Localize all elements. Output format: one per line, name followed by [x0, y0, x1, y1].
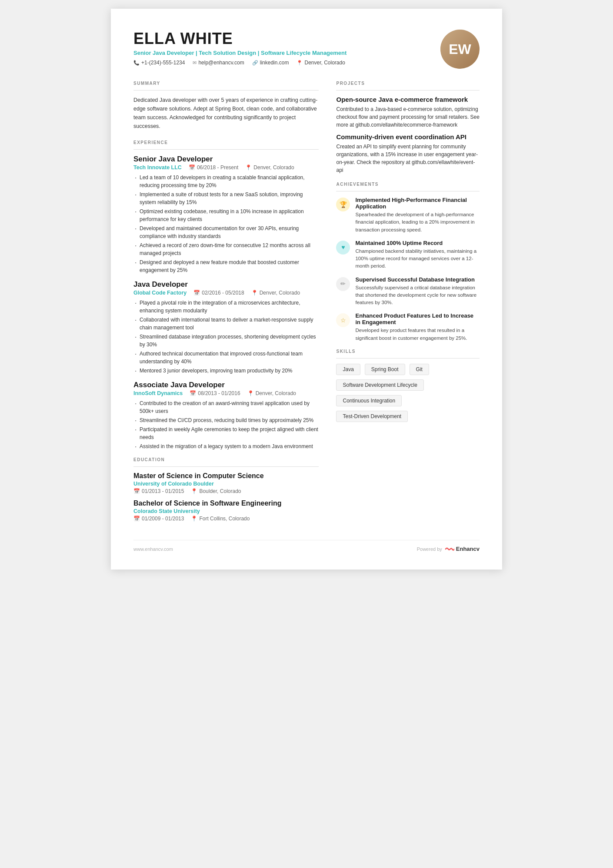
phone-icon: 📞 [133, 60, 140, 66]
bullet-1-2: Implemented a suite of robust tests for … [133, 191, 319, 206]
edu-meta-2: 📅 01/2009 - 01/2013 📍 Fort Collins, Colo… [133, 516, 319, 522]
achievement-title-4: Enhanced Product Features Led to Increas… [355, 312, 480, 325]
footer-powered: Powered by Enhancv [417, 546, 480, 552]
location-icon: 📍 [297, 60, 303, 66]
cal-icon-edu2: 📅 [133, 516, 140, 522]
achievement-desc-3: Successfully supervised a critical datab… [355, 284, 480, 307]
edu-location-2: 📍 Fort Collins, Colorado [191, 516, 250, 522]
pin-icon-1: 📍 [245, 164, 252, 171]
phone-contact: 📞 +1-(234)-555-1234 [133, 60, 185, 66]
header-left: ELLA WHITE Senior Java Developer | Tech … [133, 30, 432, 66]
cal-icon-edu1: 📅 [133, 488, 140, 494]
edu-degree-1: Master of Science in Computer Science [133, 472, 319, 480]
link-icon: 🔗 [252, 60, 258, 66]
achievement-3: ✏ Supervised Successful Database Integra… [336, 276, 480, 307]
achievements-label: ACHIEVEMENTS [336, 182, 480, 187]
right-column: PROJECTS Open-source Java e-commerce fra… [336, 81, 480, 527]
summary-divider [133, 90, 319, 90]
bullet-3-2: Streamlined the CI/CD process, reducing … [133, 416, 319, 424]
bullet-2-2: Collaborated with international teams to… [133, 316, 319, 332]
achievement-title-3: Supervised Successful Database Integrati… [355, 276, 480, 283]
achievement-content-4: Enhanced Product Features Led to Increas… [355, 312, 480, 342]
email-icon: ✉ [193, 60, 197, 66]
skills-divider [336, 358, 480, 359]
skills-row-1: Java Spring Boot Git [336, 364, 480, 378]
summary-text: Dedicated Java developer with over 5 yea… [133, 96, 319, 131]
job-location-1: 📍 Denver, Colorado [245, 164, 294, 171]
pin-icon-edu1: 📍 [191, 488, 197, 494]
skills-row-4: Test-Driven Development [336, 411, 480, 425]
avatar: EW [440, 30, 480, 69]
achievement-content-1: Implemented High-Performance Financial A… [355, 197, 480, 234]
bullet-2-1: Played a pivotal role in the integration… [133, 299, 319, 315]
project-title-1: Open-source Java e-commerce framework [336, 96, 480, 103]
edu-date-1: 📅 01/2013 - 01/2015 [133, 488, 184, 494]
bullet-1-3: Optimized existing codebase, resulting i… [133, 208, 319, 223]
job-location-3: 📍 Denver, Colorado [247, 390, 296, 396]
star-icon: ☆ [336, 313, 350, 327]
achievement-desc-2: Championed backend stability initiatives… [355, 248, 480, 270]
achievement-desc-1: Spearheaded the development of a high-pe… [355, 211, 480, 234]
job-bullets-3: Contributed to the creation of an award-… [133, 399, 319, 450]
pin-icon-edu2: 📍 [191, 516, 197, 522]
edu-location-1: 📍 Boulder, Colorado [191, 488, 241, 494]
skills-row-2: Software Development Lifecycle [336, 379, 480, 393]
job-company-1: Tech Innovate LLC [133, 164, 182, 171]
resume-page: ELLA WHITE Senior Java Developer | Tech … [111, 9, 502, 570]
job-meta-2: Global Code Factory 📅 02/2016 - 05/2018 … [133, 290, 319, 296]
pin-icon-3: 📍 [247, 390, 254, 396]
achievement-content-2: Maintained 100% Uptime Record Championed… [355, 240, 480, 270]
skills-row-3: Continuous Integration [336, 395, 480, 409]
skills-label: SKILLS [336, 349, 480, 354]
bullet-3-1: Contributed to the creation of an award-… [133, 399, 319, 415]
skill-tdd: Test-Driven Development [336, 411, 408, 422]
project-desc-2: Created an API to simplify event plannin… [336, 143, 480, 174]
left-column: SUMMARY Dedicated Java developer with ov… [133, 81, 319, 527]
enhancv-icon [445, 546, 454, 552]
calendar-icon-2: 📅 [193, 290, 200, 296]
edu-school-1: University of Colorado Boulder [133, 481, 319, 487]
job-location-2: 📍 Denver, Colorado [251, 290, 300, 296]
job-bullets-2: Played a pivotal role in the integration… [133, 299, 319, 375]
achievement-2: ♥ Maintained 100% Uptime Record Champion… [336, 240, 480, 270]
bullet-2-4: Authored technical documentation that im… [133, 350, 319, 365]
bullet-2-5: Mentored 3 junior developers, improving … [133, 367, 319, 375]
edu-meta-1: 📅 01/2013 - 01/2015 📍 Boulder, Colorado [133, 488, 319, 494]
job-date-3: 📅 08/2013 - 01/2016 [190, 390, 240, 396]
bullet-2-3: Streamlined database integration process… [133, 333, 319, 349]
edu-school-2: Colorado State University [133, 508, 319, 514]
achievement-title-2: Maintained 100% Uptime Record [355, 240, 480, 246]
candidate-title: Senior Java Developer | Tech Solution De… [133, 50, 432, 56]
job-title-1: Senior Java Developer [133, 155, 319, 164]
achievement-4: ☆ Enhanced Product Features Led to Incre… [336, 312, 480, 342]
achievements-divider [336, 191, 480, 191]
project-desc-1: Contributed to a Java-based e-commerce s… [336, 105, 480, 129]
contact-info: 📞 +1-(234)-555-1234 ✉ help@enhancv.com 🔗… [133, 60, 432, 66]
projects-divider [336, 90, 480, 90]
bullet-3-4: Assisted in the migration of a legacy sy… [133, 442, 319, 450]
page-footer: www.enhancv.com Powered by Enhancv [133, 540, 480, 552]
job-title-2: Java Developer [133, 280, 319, 289]
education-divider [133, 466, 319, 467]
experience-divider [133, 149, 319, 150]
bullet-1-4: Developed and maintained documentation f… [133, 225, 319, 240]
projects-label: PROJECTS [336, 81, 480, 86]
summary-label: SUMMARY [133, 81, 319, 86]
edu-degree-2: Bachelor of Science in Software Engineer… [133, 499, 319, 507]
job-date-1: 📅 06/2018 - Present [189, 164, 238, 171]
skill-git: Git [410, 364, 429, 375]
achievement-1: 🏆 Implemented High-Performance Financial… [336, 197, 480, 234]
achievement-title-1: Implemented High-Performance Financial A… [355, 197, 480, 210]
location-text: Denver, Colorado [304, 60, 345, 66]
job-bullets-1: Led a team of 10 developers in creating … [133, 174, 319, 274]
achievement-desc-4: Developed key product features that resu… [355, 327, 480, 342]
candidate-name: ELLA WHITE [133, 30, 432, 48]
skill-ci: Continuous Integration [336, 395, 402, 406]
enhancv-logo: Enhancv [445, 546, 480, 552]
trophy-icon: 🏆 [336, 198, 350, 211]
powered-by-text: Powered by [417, 546, 442, 552]
pencil-icon: ✏ [336, 277, 350, 291]
phone-number: +1-(234)-555-1234 [141, 60, 185, 66]
location-contact: 📍 Denver, Colorado [297, 60, 345, 66]
skill-sdlc: Software Development Lifecycle [336, 379, 423, 391]
